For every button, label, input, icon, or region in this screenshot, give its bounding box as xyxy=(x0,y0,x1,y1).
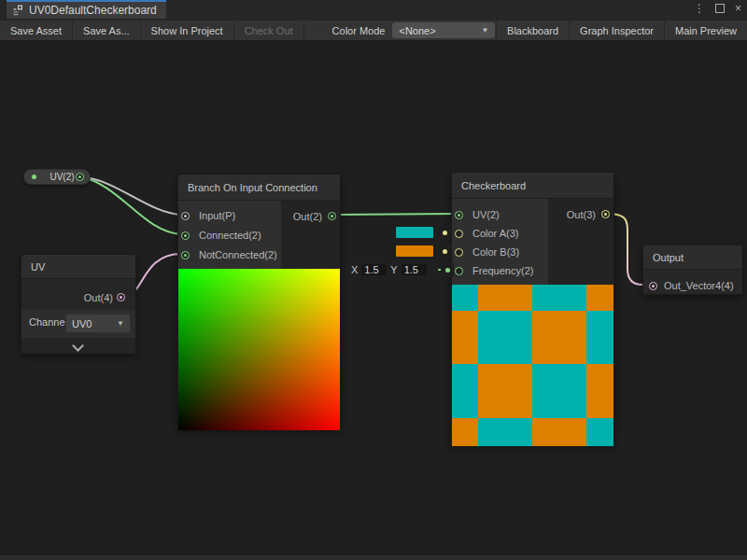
color-a-field[interactable] xyxy=(387,225,435,240)
checkerboard-preview xyxy=(452,285,613,446)
checker-cell xyxy=(532,364,586,418)
input-p-label: Input(P) xyxy=(199,210,235,221)
out-vector4-label: Out_Vector4(4) xyxy=(664,280,734,291)
check-out-button: Check Out xyxy=(234,21,304,40)
frequency-port[interactable] xyxy=(455,267,463,275)
checker-cell xyxy=(478,311,532,364)
checker-cell xyxy=(478,364,532,418)
color-a-connector-icon xyxy=(438,225,451,240)
connected-port[interactable] xyxy=(181,231,190,240)
frequency-widget: X 1.5 Y 1.5 xyxy=(346,262,454,277)
color-b-port[interactable] xyxy=(455,248,463,257)
uv-gradient-preview xyxy=(178,269,340,430)
notconnected-label: NotConnected(2) xyxy=(199,249,277,260)
y-label: Y xyxy=(390,264,397,275)
checker-cell xyxy=(532,418,586,446)
chevron-down-icon: ▼ xyxy=(117,319,124,328)
main-preview-button[interactable]: Main Preview xyxy=(664,21,747,40)
frequency-x-field[interactable]: 1.5 xyxy=(361,264,387,275)
out-vector4-port[interactable] xyxy=(649,282,657,290)
color-mode-dropdown[interactable]: <None> ▼ xyxy=(392,22,495,38)
color-a-label: Color A(3) xyxy=(472,228,519,239)
maximize-icon[interactable] xyxy=(715,4,725,13)
collapse-chevron-icon[interactable] xyxy=(74,341,83,350)
checker-cell xyxy=(586,418,613,446)
save-asset-button[interactable]: Save Asset xyxy=(0,21,73,40)
window-controls: ⋮ × xyxy=(694,2,741,15)
uv-input-label: UV(2) xyxy=(472,209,500,220)
out4-port[interactable] xyxy=(117,293,125,301)
color-mode-value: <None> xyxy=(399,25,435,36)
color-b-widget xyxy=(387,244,451,259)
input-p-port[interactable] xyxy=(181,212,190,220)
x-label: X xyxy=(351,264,358,275)
color-b-connector-icon xyxy=(438,244,451,259)
node-output[interactable]: Output Out_Vector4(4) xyxy=(642,245,743,295)
uv-input-port[interactable] xyxy=(455,211,463,219)
checker-cell xyxy=(532,311,586,364)
blackboard-button[interactable]: Blackboard xyxy=(496,21,569,40)
shader-graph-window: UV0DefaultCheckerboard ⋮ × Save Asset Sa… xyxy=(0,0,747,560)
color-b-field[interactable] xyxy=(387,244,435,259)
color-a-widget xyxy=(387,225,451,240)
out2-label: Out(2) xyxy=(293,211,322,222)
toolbar: Save Asset Save As... Show In Project Ch… xyxy=(0,21,747,41)
color-a-swatch[interactable] xyxy=(396,227,433,238)
channel-dropdown[interactable]: UV0 ▼ xyxy=(65,314,131,333)
notconnected-port[interactable] xyxy=(181,251,190,259)
checker-cell xyxy=(452,311,478,364)
channel-label: Channe xyxy=(29,316,65,328)
checker-cell xyxy=(452,364,478,418)
tab-bar: UV0DefaultCheckerboard ⋮ × xyxy=(0,0,747,21)
checker-cell xyxy=(532,285,586,311)
color-a-port[interactable] xyxy=(455,230,463,238)
channel-value: UV0 xyxy=(72,318,92,329)
node-title: Checkerboard xyxy=(452,173,613,199)
connected-label: Connected(2) xyxy=(199,230,261,241)
frequency-connector-icon xyxy=(441,262,454,277)
out3-port[interactable] xyxy=(601,210,610,218)
node-branch-on-input-connection[interactable]: Branch On Input Connection Input(P) Conn… xyxy=(177,174,341,429)
chevron-down-icon: ▼ xyxy=(482,26,489,35)
checker-cell xyxy=(586,364,613,418)
out3-label: Out(3) xyxy=(567,209,596,220)
out2-port[interactable] xyxy=(328,212,336,220)
tab-uv0defaultcheckerboard[interactable]: UV0DefaultCheckerboard xyxy=(7,0,166,19)
graph-inspector-button[interactable]: Graph Inspector xyxy=(569,21,664,40)
show-in-project-button[interactable]: Show In Project xyxy=(141,21,234,40)
bottom-scrollbar[interactable] xyxy=(0,555,747,560)
close-icon[interactable]: × xyxy=(735,2,741,15)
checker-cell xyxy=(478,285,532,311)
frequency-fields: X 1.5 Y 1.5 xyxy=(346,262,438,277)
shader-graph-icon xyxy=(13,5,24,16)
tab-title: UV0DefaultCheckerboard xyxy=(29,4,157,17)
node-title: Output xyxy=(643,245,742,270)
menu-icon[interactable]: ⋮ xyxy=(694,2,705,15)
out4-label: Out(4) xyxy=(84,292,113,303)
node-title: Branch On Input Connection xyxy=(178,175,340,201)
frequency-label: Frequency(2) xyxy=(472,265,533,276)
color-b-swatch[interactable] xyxy=(396,245,433,257)
checker-cell xyxy=(478,418,532,446)
frequency-y-field[interactable]: 1.5 xyxy=(402,264,427,275)
save-as-button[interactable]: Save As... xyxy=(73,21,141,40)
color-mode-label: Color Mode xyxy=(304,21,393,40)
node-uv2-property[interactable]: UV(2) xyxy=(23,169,91,185)
node-title: UV xyxy=(21,255,135,279)
checker-cell xyxy=(586,311,613,364)
node-uv[interactable]: UV Out(4) Channe UV0 ▼ xyxy=(21,254,136,354)
checker-cell xyxy=(452,418,478,446)
checker-cell xyxy=(586,285,613,311)
checker-cell xyxy=(452,285,478,311)
uv2-output-port[interactable] xyxy=(76,173,84,181)
node-checkerboard[interactable]: Checkerboard UV(2) Color A(3) Color B(3)… xyxy=(451,172,614,445)
color-b-label: Color B(3) xyxy=(472,246,519,258)
